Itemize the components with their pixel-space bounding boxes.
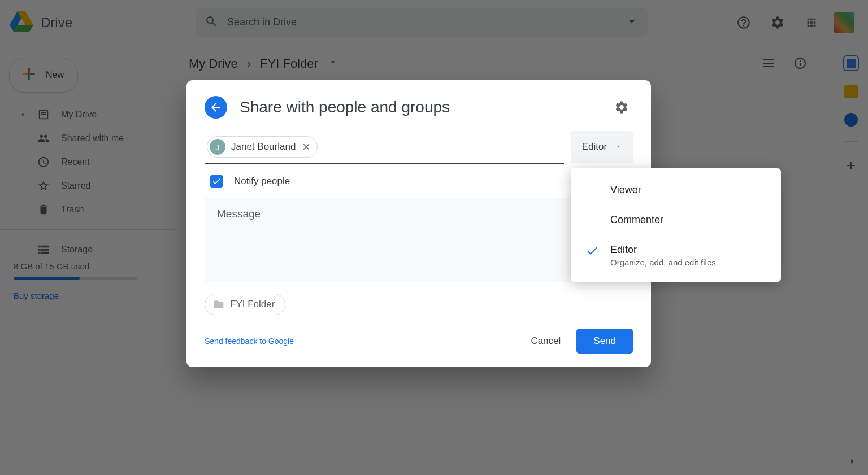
check-icon	[211, 176, 222, 186]
cancel-button[interactable]: Cancel	[531, 335, 561, 347]
folder-icon	[213, 299, 224, 310]
remove-chip-button[interactable]	[301, 142, 311, 152]
role-dropdown: Viewer Commenter Editor Organize, add, a…	[571, 168, 781, 282]
send-button[interactable]: Send	[576, 329, 633, 354]
dropdown-option-viewer[interactable]: Viewer	[571, 175, 781, 205]
notify-row: Notify people	[205, 167, 633, 193]
caret-down-icon	[615, 141, 622, 152]
dropdown-option-editor[interactable]: Editor Organize, add, and edit files	[571, 235, 781, 274]
dialog-title: Share with people and groups	[240, 98, 598, 116]
dialog-footer: Send feedback to Google Cancel Send	[205, 329, 633, 354]
gear-icon	[614, 100, 629, 115]
dropdown-desc-editor: Organize, add, and edit files	[610, 258, 716, 267]
check-icon	[584, 243, 600, 258]
dropdown-label-viewer: Viewer	[610, 183, 641, 197]
role-selected-label: Editor	[582, 141, 607, 152]
person-chip: J Janet Bourland	[207, 136, 318, 158]
message-input[interactable]: Message	[205, 198, 633, 282]
back-button[interactable]	[205, 96, 227, 119]
folder-chip-label: FYI Folder	[230, 299, 275, 310]
notify-label: Notify people	[234, 176, 290, 187]
notify-checkbox[interactable]	[210, 175, 223, 188]
dropdown-option-commenter[interactable]: Commenter	[571, 205, 781, 235]
share-input-row: J Janet Bourland Editor	[205, 131, 633, 164]
arrow-left-icon	[209, 101, 223, 114]
people-input[interactable]: J Janet Bourland	[205, 131, 564, 164]
dialog-header: Share with people and groups	[205, 96, 633, 119]
chip-name: Janet Bourland	[231, 141, 296, 152]
message-placeholder: Message	[217, 208, 261, 220]
folder-chip: FYI Folder	[205, 294, 285, 315]
feedback-link[interactable]: Send feedback to Google	[205, 337, 294, 346]
chip-avatar: J	[210, 139, 225, 155]
role-select[interactable]: Editor	[571, 131, 633, 163]
dropdown-label-editor: Editor	[610, 243, 716, 257]
share-settings-button[interactable]	[610, 96, 633, 119]
dropdown-label-commenter: Commenter	[610, 213, 663, 227]
footer-actions: Cancel Send	[531, 329, 633, 354]
